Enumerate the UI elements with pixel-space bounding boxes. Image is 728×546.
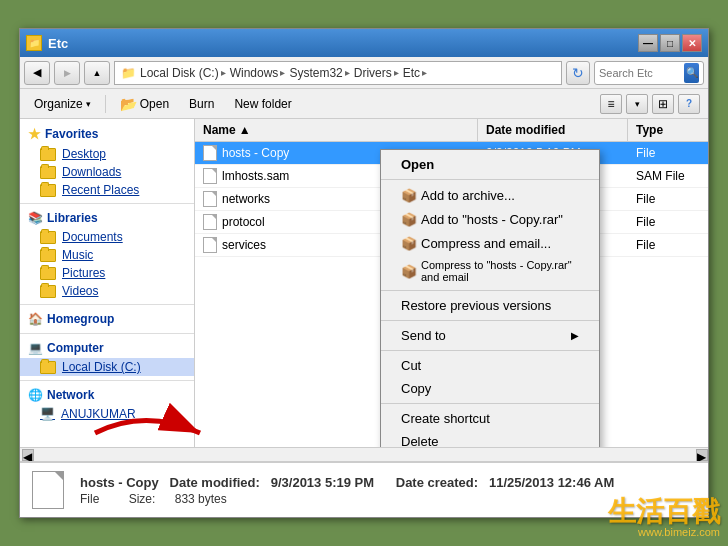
folder-icon [40, 231, 56, 244]
computer-icon: 💻 [28, 341, 43, 355]
back-button[interactable]: ◀ [24, 61, 50, 85]
address-path[interactable]: 📁 Local Disk (C:) ▸ Windows ▸ System32 ▸… [114, 61, 562, 85]
path-root-icon: 📁 [121, 66, 136, 80]
view-details-button[interactable]: ⊞ [652, 94, 674, 114]
path-arrow-4: ▸ [394, 67, 399, 78]
ctx-restore[interactable]: Restore previous versions [381, 294, 599, 317]
organize-arrow-icon: ▾ [86, 99, 91, 109]
path-arrow-5: ▸ [422, 67, 427, 78]
status-detail: File Size: 833 bytes [80, 492, 614, 506]
forward-button[interactable]: ▶ [54, 61, 80, 85]
ctx-sep-3 [381, 350, 599, 351]
sidebar-item-local-disk[interactable]: Local Disk (C:) [20, 358, 194, 376]
anujkumar-icon: 🖥️ [40, 407, 55, 421]
folder-icon [40, 184, 56, 197]
network-label: Network [47, 388, 94, 402]
new-folder-button[interactable]: New folder [228, 94, 297, 114]
ctx-copy[interactable]: Copy [381, 377, 599, 400]
scroll-left-btn[interactable]: ◀ [22, 449, 34, 461]
network-header[interactable]: 🌐 Network [20, 385, 194, 405]
compress-icon: 📦 [401, 235, 417, 251]
path-arrow-3: ▸ [345, 67, 350, 78]
main-area: ★ Favorites Desktop Downloads Recent Pla… [20, 119, 708, 447]
ctx-add-archive[interactable]: 📦 Add to archive... [381, 183, 599, 207]
file-type-cell-4: File [628, 234, 708, 256]
path-etc[interactable]: Etc ▸ [403, 66, 427, 80]
sidebar-item-recent-places[interactable]: Recent Places [20, 181, 194, 199]
search-box: 🔍 [594, 61, 704, 85]
toolbar-sep-1 [105, 95, 106, 113]
ctx-add-rar[interactable]: 📦 Add to "hosts - Copy.rar" [381, 207, 599, 231]
minimize-button[interactable]: — [638, 34, 658, 52]
libraries-header[interactable]: 📚 Libraries [20, 208, 194, 228]
ctx-sep-4 [381, 403, 599, 404]
organize-button[interactable]: Organize ▾ [28, 94, 97, 114]
sidebar-item-documents[interactable]: Documents [20, 228, 194, 246]
ctx-compress-email[interactable]: 📦 Compress and email... [381, 231, 599, 255]
file-icon-0 [203, 145, 217, 161]
path-drivers[interactable]: Drivers ▸ [354, 66, 399, 80]
burn-button[interactable]: Burn [183, 94, 220, 114]
homegroup-section: 🏠 Homegroup [20, 309, 194, 329]
sort-arrow-icon: ▲ [239, 123, 251, 137]
col-type-header[interactable]: Type [628, 119, 708, 141]
scroll-right-btn[interactable]: ▶ [696, 449, 708, 461]
file-icon-3 [203, 214, 217, 230]
view-arrow-button[interactable]: ▾ [626, 94, 648, 114]
window-icon: 📁 [26, 35, 42, 51]
ctx-cut[interactable]: Cut [381, 354, 599, 377]
window-title: Etc [48, 36, 638, 51]
libraries-section: 📚 Libraries Documents Music Pictures [20, 208, 194, 300]
help-button[interactable]: ? [678, 94, 700, 114]
sidebar: ★ Favorites Desktop Downloads Recent Pla… [20, 119, 195, 447]
col-name-header[interactable]: Name ▲ [195, 119, 478, 141]
homegroup-header[interactable]: 🏠 Homegroup [20, 309, 194, 329]
path-local-disk[interactable]: Local Disk (C:) ▸ [140, 66, 226, 80]
sidebar-divider-1 [20, 203, 194, 204]
folder-icon [40, 267, 56, 280]
address-bar: ◀ ▶ ▲ 📁 Local Disk (C:) ▸ Windows ▸ Syst… [20, 57, 708, 89]
ctx-send-to[interactable]: Send to ▶ [381, 324, 599, 347]
toolbar-right: ≡ ▾ ⊞ ? [600, 94, 700, 114]
status-info: hosts - Copy Date modified: 9/3/2013 5:1… [80, 475, 614, 506]
ctx-sep-0 [381, 179, 599, 180]
libraries-icon: 📚 [28, 211, 43, 225]
file-icon-2 [203, 191, 217, 207]
ctx-open[interactable]: Open [381, 153, 599, 176]
sidebar-item-pictures[interactable]: Pictures [20, 264, 194, 282]
view-list-button[interactable]: ≡ [600, 94, 622, 114]
computer-header[interactable]: 💻 Computer [20, 338, 194, 358]
sidebar-item-desktop[interactable]: Desktop [20, 145, 194, 163]
search-button[interactable]: 🔍 [684, 63, 699, 83]
archive-icon: 📦 [401, 187, 417, 203]
path-system32[interactable]: System32 ▸ [289, 66, 349, 80]
close-button[interactable]: ✕ [682, 34, 702, 52]
sidebar-item-music[interactable]: Music [20, 246, 194, 264]
search-input[interactable] [599, 67, 684, 79]
ctx-delete[interactable]: Delete [381, 430, 599, 447]
status-bar: hosts - Copy Date modified: 9/3/2013 5:1… [20, 461, 708, 517]
libraries-label: Libraries [47, 211, 98, 225]
file-type-cell-1: SAM File [628, 165, 708, 187]
file-list-header: Name ▲ Date modified Type [195, 119, 708, 142]
context-menu: Open 📦 Add to archive... 📦 Add to "hosts… [380, 149, 600, 447]
folder-icon [40, 148, 56, 161]
file-type-cell-2: File [628, 188, 708, 210]
ctx-create-shortcut[interactable]: Create shortcut [381, 407, 599, 430]
open-button[interactable]: 📂 Open [114, 93, 175, 115]
ctx-compress-rar-email[interactable]: 📦 Compress to "hosts - Copy.rar" and ema… [381, 255, 599, 287]
favorites-section: ★ Favorites Desktop Downloads Recent Pla… [20, 123, 194, 199]
col-date-header[interactable]: Date modified [478, 119, 628, 141]
maximize-button[interactable]: □ [660, 34, 680, 52]
favorites-header[interactable]: ★ Favorites [20, 123, 194, 145]
up-button[interactable]: ▲ [84, 61, 110, 85]
path-windows[interactable]: Windows ▸ [230, 66, 286, 80]
sidebar-item-videos[interactable]: Videos [20, 282, 194, 300]
favorites-label: Favorites [45, 127, 98, 141]
sidebar-item-downloads[interactable]: Downloads [20, 163, 194, 181]
compress-rar-icon: 📦 [401, 263, 417, 279]
window-controls: — □ ✕ [638, 34, 702, 52]
local-disk-icon [40, 361, 56, 374]
downloads-label: Downloads [62, 165, 121, 179]
refresh-button[interactable]: ↻ [566, 61, 590, 85]
